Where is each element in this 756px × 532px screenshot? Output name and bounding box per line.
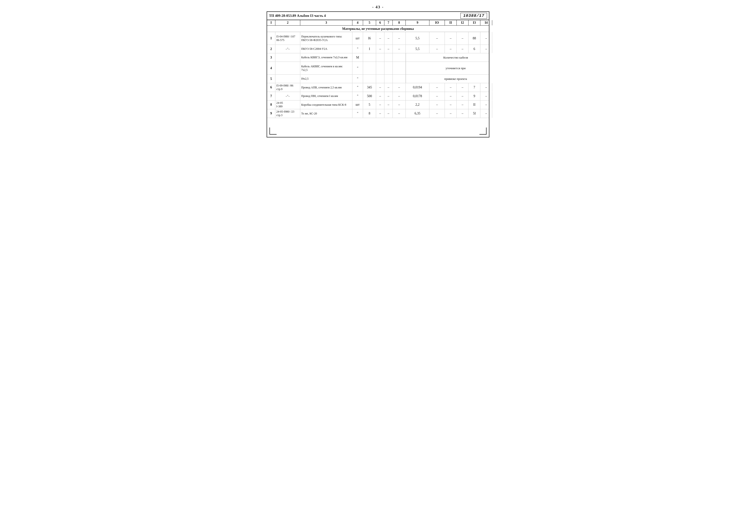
row-c6-1: – bbox=[376, 32, 384, 44]
row-c6-7: – bbox=[376, 92, 384, 100]
row-c7-5 bbox=[384, 75, 393, 83]
row-ref-3 bbox=[275, 53, 300, 62]
row-c11-2: – bbox=[445, 45, 457, 53]
row-c15-7: – bbox=[492, 92, 497, 100]
row-c13-9: 5I bbox=[469, 109, 480, 118]
row-num-5: 5 bbox=[267, 75, 275, 83]
row-unit-5: " bbox=[352, 75, 363, 83]
col-header-3: 3 bbox=[300, 20, 352, 25]
row-name-6: Провод АПВ, сечением 2,5 кв.мм bbox=[300, 83, 352, 92]
row-ref-8: 24-05I-389 bbox=[275, 100, 300, 109]
row-c7-4 bbox=[384, 62, 393, 74]
row-c12-2: – bbox=[457, 45, 469, 53]
row-unit-8: шт bbox=[352, 100, 363, 109]
row-c14-6: – bbox=[480, 83, 492, 92]
row-num-1: I bbox=[267, 32, 275, 44]
row-c12-6: – bbox=[457, 83, 469, 92]
row-unit-2: " bbox=[352, 45, 363, 53]
row-c14-2: – bbox=[480, 45, 492, 53]
row-c5-2: I bbox=[363, 45, 376, 53]
row-c9-6: 0,0194 bbox=[406, 83, 429, 92]
col-header-1: I bbox=[267, 20, 275, 25]
row-ref-7: –"– bbox=[275, 92, 300, 100]
row-num-7: 7 bbox=[267, 92, 275, 100]
row-c5-5 bbox=[363, 75, 376, 83]
row-ref-9: 24-05-I980/ /23стр.3 bbox=[275, 109, 300, 118]
row-c7-1: – bbox=[384, 32, 393, 44]
row-c11-8: – bbox=[445, 100, 457, 109]
row-c15-1: – bbox=[492, 32, 497, 44]
col-header-4: 4 bbox=[352, 20, 363, 25]
col-header-8: 8 bbox=[393, 20, 406, 25]
row-num-4: 4 bbox=[267, 62, 275, 74]
footer-area bbox=[267, 118, 489, 137]
column-headers: I 2 3 4 5 6 7 8 9 IO II I2 I3 I4 I5 bbox=[267, 20, 489, 26]
row-c10-7: – bbox=[429, 92, 445, 100]
row-c14-1: – bbox=[480, 32, 492, 44]
col-header-2: 2 bbox=[275, 20, 300, 25]
col-header-6: 6 bbox=[376, 20, 384, 25]
row-ref-5 bbox=[275, 75, 300, 83]
row-name-9: То же, КС-20 bbox=[300, 109, 352, 118]
row-c6-2: – bbox=[376, 45, 384, 53]
col-header-7: 7 bbox=[384, 20, 393, 25]
row-c9-1: 5,5 bbox=[406, 32, 429, 44]
row-ref-2: –"– bbox=[275, 45, 300, 53]
row-c15-6: – bbox=[492, 83, 497, 92]
row-unit-6: " bbox=[352, 83, 363, 92]
row-c11-1: – bbox=[445, 32, 457, 44]
row-c6-9: – bbox=[376, 109, 384, 118]
col-header-9: 9 bbox=[406, 20, 429, 25]
row-unit-1: шт bbox=[352, 32, 363, 44]
row-c10-1: – bbox=[429, 32, 445, 44]
col-header-5: 5 bbox=[363, 20, 376, 25]
row-c6-5 bbox=[376, 75, 384, 83]
col-header-10: IO bbox=[429, 20, 445, 25]
col-header-15: I5 bbox=[492, 20, 497, 25]
row-c15-9: – bbox=[492, 109, 497, 118]
row-merged-note-5: привязке проекта bbox=[406, 75, 497, 83]
row-num-9: 9 bbox=[267, 109, 275, 118]
row-c8-3 bbox=[393, 53, 406, 62]
row-c15-8: – bbox=[492, 100, 497, 109]
row-name-3: Кабель КВВГЭ, сечением 7хI,О кв.мм bbox=[300, 53, 352, 62]
row-c5-4 bbox=[363, 62, 376, 74]
table-row: I I5-04-I980/ /10706-575 Переключатель к… bbox=[267, 32, 489, 45]
row-c14-7: – bbox=[480, 92, 492, 100]
table-row: 5 I9х2,5 " привязке проекта bbox=[267, 75, 489, 83]
row-c5-9: 8 bbox=[363, 109, 376, 118]
row-c8-1: – bbox=[393, 32, 406, 44]
row-c5-8: 5 bbox=[363, 100, 376, 109]
row-name-2: ПКУ3-58-С2004-У2А bbox=[300, 45, 352, 53]
row-c6-4 bbox=[376, 62, 384, 74]
doc-title: ТП 409-28-053.89 Альбом I3 часть 4 bbox=[269, 14, 460, 18]
row-c11-6: – bbox=[445, 83, 457, 92]
row-name-4: Кабель АКВВГ, сечением в кв.мм:7х2,5 bbox=[300, 62, 352, 74]
doc-stamp: 10388/17 bbox=[460, 13, 487, 19]
row-c12-1: – bbox=[457, 32, 469, 44]
row-c14-8: – bbox=[480, 100, 492, 109]
row-c5-7: 500 bbox=[363, 92, 376, 100]
row-c7-7: – bbox=[384, 92, 393, 100]
row-c7-9: – bbox=[384, 109, 393, 118]
row-num-8: 8 bbox=[267, 100, 275, 109]
col-header-11: II bbox=[445, 20, 457, 25]
row-c13-8: II bbox=[469, 100, 480, 109]
row-c8-5 bbox=[393, 75, 406, 83]
row-c9-7: 0,0178 bbox=[406, 92, 429, 100]
row-c7-8: – bbox=[384, 100, 393, 109]
row-c8-9: – bbox=[393, 109, 406, 118]
row-c8-8: – bbox=[393, 100, 406, 109]
row-num-6: 6 bbox=[267, 83, 275, 92]
row-c10-9: – bbox=[429, 109, 445, 118]
row-c12-7: – bbox=[457, 92, 469, 100]
row-c10-8: – bbox=[429, 100, 445, 109]
row-c5-6: 345 bbox=[363, 83, 376, 92]
row-merged-note-3: Количество кабеля bbox=[406, 53, 497, 62]
row-c13-7: 9 bbox=[469, 92, 480, 100]
row-ref-6: I5-09-I98I/ /86стр.9 bbox=[275, 83, 300, 92]
row-c6-3 bbox=[376, 53, 384, 62]
row-c10-6: – bbox=[429, 83, 445, 92]
row-c14-9: – bbox=[480, 109, 492, 118]
row-c8-6: – bbox=[393, 83, 406, 92]
